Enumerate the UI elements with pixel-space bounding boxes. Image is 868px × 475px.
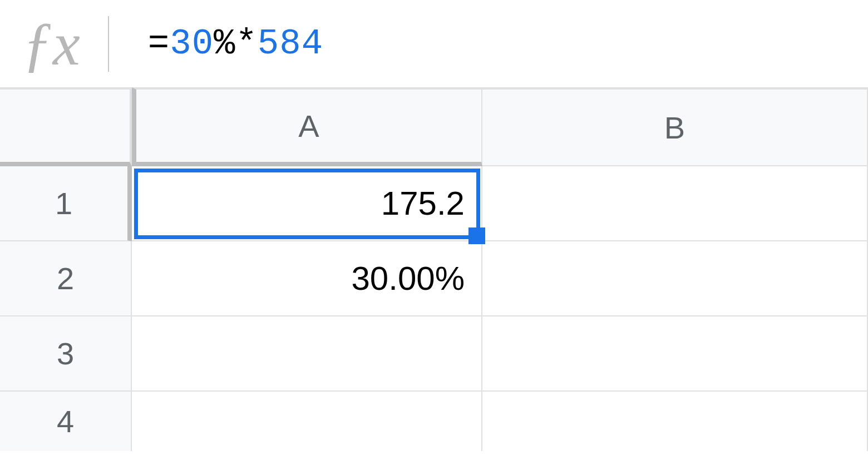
spreadsheet-grid: A B 1 175.2 2 30.00% 3 4 xyxy=(0,87,868,451)
column-header-b[interactable]: B xyxy=(482,87,868,166)
column-header-a[interactable]: A xyxy=(132,87,482,166)
row-header-2[interactable]: 2 xyxy=(0,241,132,316)
formula-token: 584 xyxy=(258,24,323,64)
row-4: 4 xyxy=(0,392,868,451)
formula-token: 30 xyxy=(170,24,214,64)
fx-icon[interactable]: ƒx xyxy=(22,13,80,75)
cell-a2[interactable]: 30.00% xyxy=(132,241,482,316)
cell-b4[interactable] xyxy=(482,392,868,451)
column-header-row: A B xyxy=(0,87,868,166)
row-1: 1 175.2 xyxy=(0,166,868,241)
formula-bar: ƒx =30%*584 xyxy=(0,0,868,87)
row-header-4[interactable]: 4 xyxy=(0,392,132,451)
formula-token: = xyxy=(148,24,170,64)
cell-a3[interactable] xyxy=(132,316,482,392)
row-header-1[interactable]: 1 xyxy=(0,166,132,241)
cell-a4[interactable] xyxy=(132,392,482,451)
cell-b2[interactable] xyxy=(482,241,868,316)
formula-token: %* xyxy=(214,24,258,64)
cell-b3[interactable] xyxy=(482,316,868,392)
formula-input[interactable]: =30%*584 xyxy=(148,0,868,87)
row-header-3[interactable]: 3 xyxy=(0,316,132,392)
cell-a1[interactable]: 175.2 xyxy=(132,166,482,241)
row-2: 2 30.00% xyxy=(0,241,868,316)
fill-handle[interactable] xyxy=(468,227,485,244)
cell-b1[interactable] xyxy=(482,166,868,241)
select-all-corner[interactable] xyxy=(0,87,132,166)
row-3: 3 xyxy=(0,316,868,392)
formula-bar-divider xyxy=(108,16,109,72)
